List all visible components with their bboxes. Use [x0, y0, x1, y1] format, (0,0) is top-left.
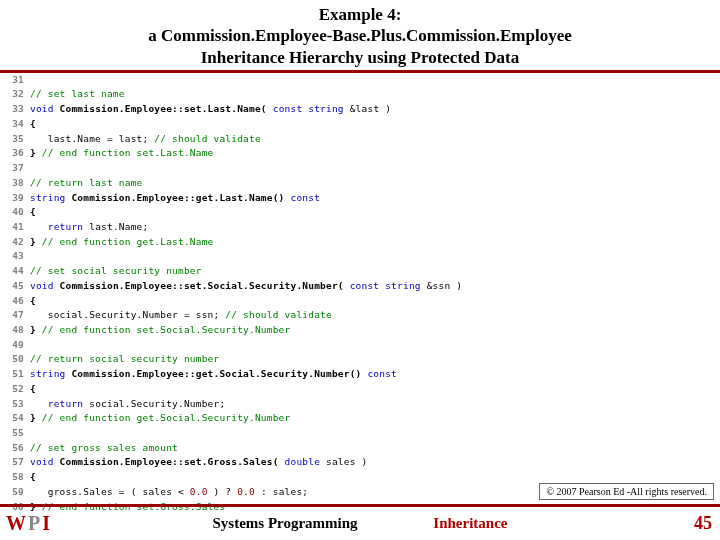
line-number: 44 — [8, 264, 30, 279]
code-text: } // end function set.Social.Security.Nu… — [30, 323, 290, 338]
title-line-1: Example 4: — [0, 4, 720, 25]
code-line: 44// set social security number — [8, 264, 714, 279]
code-line: 42} // end function get.Last.Name — [8, 235, 714, 250]
code-line: 49 — [8, 338, 714, 353]
code-line: 48} // end function set.Social.Security.… — [8, 323, 714, 338]
code-text: gross.Sales = ( sales < 0.0 ) ? 0.0 : sa… — [30, 485, 308, 500]
footer-mid: Systems Programming Inheritance — [0, 515, 720, 532]
slide-title: Example 4: a Commission.Employee-Base.Pl… — [0, 0, 720, 70]
title-line-3: Inheritance Hierarchy using Protected Da… — [0, 47, 720, 68]
line-number: 43 — [8, 249, 30, 264]
code-line: 35 last.Name = last; // should validate — [8, 132, 714, 147]
code-line: 34{ — [8, 117, 714, 132]
code-line: 54} // end function get.Social.Security.… — [8, 411, 714, 426]
code-line: 31 — [8, 73, 714, 88]
code-line: 38// return last name — [8, 176, 714, 191]
line-number: 31 — [8, 73, 30, 88]
page-number: 45 — [694, 513, 712, 534]
code-text: void Commission.Employee::set.Social.Sec… — [30, 279, 462, 294]
code-text: // set social security number — [30, 264, 202, 279]
line-number: 47 — [8, 308, 30, 323]
code-text: } // end function set.Last.Name — [30, 146, 214, 161]
code-text: { — [30, 117, 36, 132]
line-number: 55 — [8, 426, 30, 441]
code-text: // set gross sales amount — [30, 441, 178, 456]
code-text: social.Security.Number = ssn; // should … — [30, 308, 332, 323]
line-number: 58 — [8, 470, 30, 485]
code-line: 41 return last.Name; — [8, 220, 714, 235]
line-number: 33 — [8, 102, 30, 117]
code-text: // set last name — [30, 87, 125, 102]
line-number: 52 — [8, 382, 30, 397]
code-line: 47 social.Security.Number = ssn; // shou… — [8, 308, 714, 323]
code-text: string Commission.Employee::get.Last.Nam… — [30, 191, 320, 206]
line-number: 45 — [8, 279, 30, 294]
code-text: { — [30, 382, 36, 397]
line-number: 35 — [8, 132, 30, 147]
code-line: 57void Commission.Employee::set.Gross.Sa… — [8, 455, 714, 470]
code-line: 51string Commission.Employee::get.Social… — [8, 367, 714, 382]
code-line: 52{ — [8, 382, 714, 397]
title-line-2: a Commission.Employee-Base.Plus.Commissi… — [0, 25, 720, 46]
code-text: void Commission.Employee::set.Gross.Sale… — [30, 455, 367, 470]
code-line: 37 — [8, 161, 714, 176]
code-text: void Commission.Employee::set.Last.Name(… — [30, 102, 391, 117]
code-text: string Commission.Employee::get.Social.S… — [30, 367, 397, 382]
code-text: return last.Name; — [30, 220, 148, 235]
footer-course: Systems Programming — [212, 515, 357, 532]
line-number: 34 — [8, 117, 30, 132]
line-number: 42 — [8, 235, 30, 250]
code-line: 33void Commission.Employee::set.Last.Nam… — [8, 102, 714, 117]
code-line: 53 return social.Security.Number; — [8, 397, 714, 412]
footer-topic: Inheritance — [433, 515, 507, 532]
line-number: 54 — [8, 411, 30, 426]
line-number: 57 — [8, 455, 30, 470]
line-number: 49 — [8, 338, 30, 353]
code-line: 56// set gross sales amount — [8, 441, 714, 456]
line-number: 40 — [8, 205, 30, 220]
code-text: // return last name — [30, 176, 142, 191]
line-number: 41 — [8, 220, 30, 235]
code-text: last.Name = last; // should validate — [30, 132, 261, 147]
copyright-notice: © 2007 Pearson Ed -All rights reserved. — [539, 483, 714, 500]
code-line: 50// return social security number — [8, 352, 714, 367]
code-line: 45void Commission.Employee::set.Social.S… — [8, 279, 714, 294]
code-listing: 3132// set last name33void Commission.Em… — [0, 73, 720, 515]
line-number: 38 — [8, 176, 30, 191]
code-line: 43 — [8, 249, 714, 264]
code-line: 46{ — [8, 294, 714, 309]
line-number: 37 — [8, 161, 30, 176]
code-line: 40{ — [8, 205, 714, 220]
line-number: 56 — [8, 441, 30, 456]
code-line: 55 — [8, 426, 714, 441]
line-number: 59 — [8, 485, 30, 500]
line-number: 36 — [8, 146, 30, 161]
code-text: // return social security number — [30, 352, 219, 367]
code-text: } // end function get.Social.Security.Nu… — [30, 411, 290, 426]
line-number: 53 — [8, 397, 30, 412]
code-line: 39string Commission.Employee::get.Last.N… — [8, 191, 714, 206]
slide-footer: W P I Systems Programming Inheritance 45 — [0, 504, 720, 540]
code-text: { — [30, 205, 36, 220]
line-number: 50 — [8, 352, 30, 367]
code-text: { — [30, 294, 36, 309]
line-number: 32 — [8, 87, 30, 102]
line-number: 39 — [8, 191, 30, 206]
code-text: return social.Security.Number; — [30, 397, 225, 412]
line-number: 51 — [8, 367, 30, 382]
line-number: 46 — [8, 294, 30, 309]
code-text: { — [30, 470, 36, 485]
code-line: 36} // end function set.Last.Name — [8, 146, 714, 161]
line-number: 48 — [8, 323, 30, 338]
code-text: } // end function get.Last.Name — [30, 235, 214, 250]
code-line: 32// set last name — [8, 87, 714, 102]
